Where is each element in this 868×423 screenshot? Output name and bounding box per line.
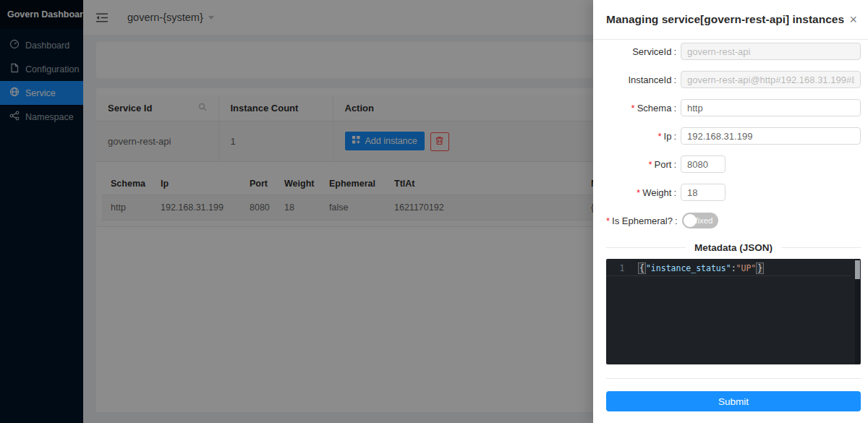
editor-scrollbar-thumb[interactable] (855, 260, 860, 279)
serviceid-field (681, 43, 861, 60)
manage-instances-drawer: Managing service[govern-rest-api] instan… (593, 0, 868, 423)
port-field[interactable] (681, 155, 726, 173)
editor-code: {"instance_status":"UP"} (638, 263, 764, 273)
weight-label: *Weight (606, 187, 676, 198)
close-icon[interactable]: × (849, 13, 857, 26)
metadata-divider-label: Metadata (JSON) (694, 242, 773, 253)
required-mark: * (606, 215, 610, 226)
instanceid-label: InstanceId (606, 74, 676, 85)
metadata-json-editor[interactable]: 1 {"instance_status":"UP"} (606, 259, 861, 364)
form-row-instanceid: InstanceId (606, 71, 861, 88)
switch-off-label: fixed (695, 216, 712, 225)
serviceid-label: ServiceId (606, 46, 676, 57)
schema-field[interactable] (681, 99, 861, 116)
required-mark: * (631, 103, 635, 114)
required-mark: * (648, 159, 652, 170)
drawer-body: ServiceId InstanceId *Schema *Ip *Port * (593, 40, 868, 423)
submit-button[interactable]: Submit (606, 391, 861, 411)
ephemeral-switch[interactable]: fixed (682, 213, 718, 228)
required-mark: * (637, 187, 640, 198)
required-mark: * (658, 131, 661, 142)
form-row-schema: *Schema (606, 99, 861, 116)
line-number: 1 (606, 263, 638, 273)
drawer-header: Managing service[govern-rest-api] instan… (593, 0, 868, 40)
form-row-serviceid: ServiceId (606, 43, 861, 60)
ip-label: *Ip (606, 131, 676, 142)
editor-line: 1 {"instance_status":"UP"} (606, 259, 851, 276)
instanceid-field (681, 71, 861, 88)
form-row-ephemeral: *Is Ephemeral? fixed (606, 212, 861, 229)
drawer-mask[interactable] (0, 0, 593, 423)
schema-label: *Schema (606, 103, 676, 114)
metadata-divider: Metadata (JSON) (606, 240, 861, 255)
form-row-port: *Port (606, 155, 861, 173)
footer-divider (606, 378, 861, 379)
ip-field[interactable] (681, 127, 861, 145)
port-label: *Port (606, 159, 676, 170)
ephemeral-label: *Is Ephemeral? (606, 215, 678, 226)
form-row-ip: *Ip (606, 127, 861, 145)
drawer-title: Managing service[govern-rest-api] instan… (606, 13, 844, 26)
form-row-weight: *Weight (606, 184, 861, 201)
weight-field[interactable] (681, 184, 726, 201)
app-root: Govern Dashboard Dashboard Configuration… (0, 0, 868, 423)
